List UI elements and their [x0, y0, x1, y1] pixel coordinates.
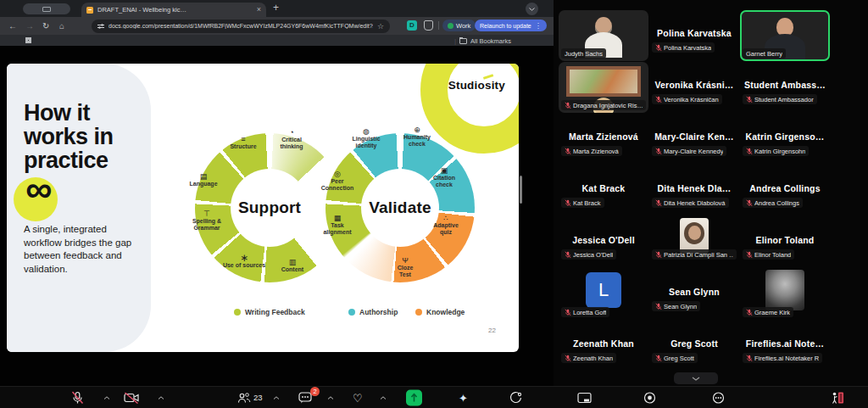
muted-mic-icon	[565, 102, 571, 109]
cloze-test-icon: Ψ	[380, 256, 431, 265]
chat-caret[interactable]	[327, 396, 334, 400]
reactions-button[interactable]: ♡	[353, 392, 363, 403]
all-bookmarks-label: All Bookmarks	[470, 37, 511, 45]
mute-button[interactable]	[71, 391, 84, 405]
name-tag: Elinor Toland	[743, 249, 794, 260]
segment-task-alignment: ▦ Task alignment	[312, 214, 363, 236]
segment-use-of-sources: ∗ Use of sources	[219, 254, 270, 269]
mic-muted-icon	[71, 391, 84, 405]
record-button[interactable]	[643, 391, 656, 404]
video-options-caret[interactable]	[158, 396, 164, 400]
slide-canvas: Studiosity How it works in practice ∞ A …	[7, 64, 519, 352]
participant-tile-kat-brack[interactable]: Kat Brack Kat Brack	[559, 165, 648, 216]
muted-mic-icon	[746, 148, 753, 155]
participant-tile-mary-claire[interactable]: Mary-Claire Ken… Mary-Claire Kennedy	[649, 114, 739, 165]
extension-icon: D	[407, 20, 417, 31]
leave-button[interactable]	[831, 391, 844, 405]
participant-tile-greg[interactable]: Greg Scott Greg Scott	[649, 321, 739, 372]
muted-mic-icon	[655, 303, 662, 310]
peer-connection-icon: ◎	[312, 170, 363, 178]
video-tile-garnet-berry[interactable]: Garnet Berry	[740, 10, 830, 61]
task-alignment-icon: ▦	[312, 214, 363, 222]
legend-authorship: Authorship	[348, 308, 398, 316]
ellipsis-icon	[712, 391, 725, 404]
divider: |	[454, 37, 456, 45]
zoom-toolbar: 23 2 ♡	[0, 386, 868, 408]
name-tag: Jessica O'Dell	[561, 249, 616, 260]
scrollbar	[520, 176, 522, 204]
support-center: Support	[231, 169, 309, 247]
muted-mic-icon	[565, 148, 571, 155]
participant-tile-dita[interactable]: Dita Henek Dla… Dita Henek Dlabolová	[649, 165, 739, 216]
share-icon	[406, 389, 422, 405]
reactions-caret[interactable]	[380, 396, 387, 400]
participant-tile-jessica[interactable]: Jessica O'Dell Jessica O'Dell	[559, 217, 648, 268]
avatar	[680, 218, 709, 254]
participant-tile-andrea[interactable]: Andrea Collings Andrea Collings	[740, 165, 830, 216]
content-icon: ▥	[267, 258, 318, 266]
participants-button[interactable]: 23	[237, 392, 263, 404]
relaunch-to-update-button: Relaunch to update ⋮	[475, 20, 547, 31]
participant-tile-sean[interactable]: Sean Glynn Sean Glynn	[649, 269, 739, 320]
new-tab-button: +	[273, 2, 279, 14]
chevron-up-icon	[103, 396, 110, 400]
whiteboard-button[interactable]	[577, 392, 592, 403]
participant-tile-patrizia[interactable]: Patrizia Di Campli San …	[649, 217, 739, 268]
gallery-collapse-button[interactable]	[674, 372, 718, 384]
name-tag: Veronika Krásničan	[652, 94, 722, 104]
participant-tile-student-ambassador[interactable]: Student Ambass… Student Ambassador	[740, 62, 830, 113]
video-tile-dragana[interactable]: Dragana Ignjatovic Ris…	[559, 62, 648, 113]
relaunch-label: Relaunch to update	[480, 23, 531, 29]
critical-thinking-icon: ◔	[266, 128, 317, 137]
tab-search-button	[23, 3, 70, 14]
participant-tile-polina[interactable]: Polina Karvatska Polina Karvatska	[649, 10, 739, 61]
avatar	[765, 270, 804, 310]
participant-tile-marta[interactable]: Marta Zizienová Marta Zízienová	[559, 114, 648, 165]
segment-cloze-test: Ψ Cloze Test	[380, 256, 431, 278]
leave-meeting-icon	[831, 391, 844, 405]
divider	[438, 21, 439, 30]
participant-tile-fireflies[interactable]: Fireflies.ai Note… Fireflies.ai Notetake…	[740, 321, 830, 372]
participants-caret[interactable]	[273, 396, 280, 400]
chat-icon	[298, 392, 312, 404]
segment-peer-connection: ◎ Peer Connection	[312, 170, 363, 192]
video-button[interactable]	[124, 392, 139, 404]
name-tag: Patrizia Di Campli San …	[652, 249, 737, 260]
apps-button[interactable]	[509, 391, 522, 404]
participant-tile-veronika[interactable]: Veronika Krásni… Veronika Krásničan	[649, 62, 739, 113]
muted-mic-icon	[655, 199, 662, 207]
participant-tile-elinor[interactable]: Elinor Toland Elinor Toland	[740, 217, 830, 268]
name-tag: Loretta Goff	[561, 307, 609, 317]
chat-button[interactable]: 2	[298, 392, 312, 404]
participant-tile-zeenath[interactable]: Zeenath Khan Zeenath Khan	[559, 321, 648, 372]
muted-mic-icon	[746, 251, 753, 259]
more-button[interactable]	[712, 391, 725, 404]
avatar: L	[586, 272, 621, 308]
participant-tile-katrin[interactable]: Katrin Girgenso… Katrin Girgensohn	[740, 114, 830, 165]
mic-options-caret[interactable]	[103, 396, 110, 400]
ai-companion-button[interactable]: ✦	[459, 391, 468, 404]
home-icon: ⌂	[59, 20, 64, 31]
participant-tile-graeme[interactable]: Graeme Kirk	[740, 269, 830, 320]
address-bar: docs.google.com/presentation/d/1MWfRB2Fj…	[92, 20, 390, 33]
infinity-icon: ∞	[25, 170, 52, 208]
record-icon	[643, 391, 656, 404]
share-screen-button[interactable]	[406, 389, 422, 405]
zoom-meeting-window: DRAFT_ENAI - Wellbeing kic… × + ← → ↻ ⌂ …	[0, 0, 868, 408]
use-of-sources-icon: ∗	[219, 254, 270, 262]
slide-title: How it works in practice	[24, 101, 117, 172]
reload-icon: ↻	[42, 20, 49, 31]
apps-grid-icon	[25, 37, 31, 43]
video-tile-judyth-sachs[interactable]: Judyth Sachs	[559, 10, 648, 61]
participant-tile-loretta[interactable]: L Loretta Goff	[559, 269, 648, 320]
slide-page-number: 22	[488, 327, 496, 334]
segment-language: ▤ Language	[178, 172, 229, 187]
tab-title: DRAFT_ENAI - Wellbeing kic…	[97, 6, 253, 14]
tabstrip-dropdown-button	[526, 3, 538, 15]
slides-favicon-icon	[86, 7, 93, 14]
muted-mic-icon	[655, 148, 662, 155]
chevron-up-icon	[273, 396, 280, 400]
back-icon: ←	[8, 20, 17, 31]
extension-shield-icon	[424, 20, 433, 31]
segment-content: ▥ Content	[267, 258, 318, 273]
